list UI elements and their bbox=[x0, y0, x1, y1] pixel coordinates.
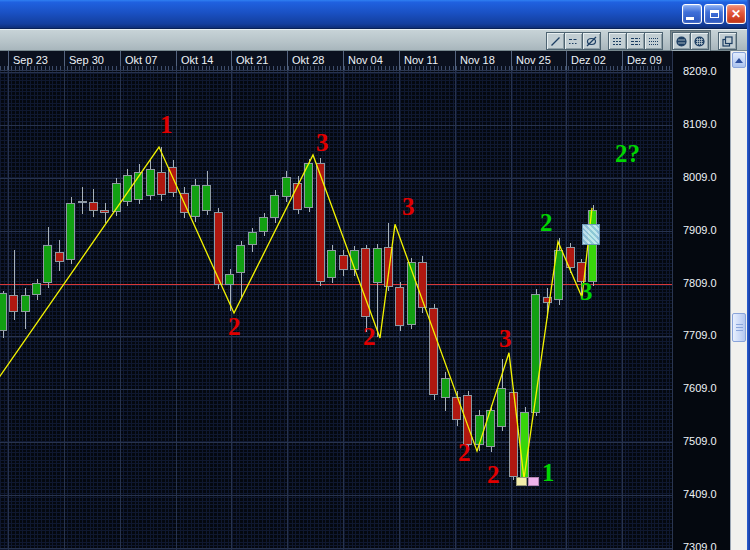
crossed-ellipse-icon bbox=[585, 35, 598, 48]
dashed-style-3-icon bbox=[647, 35, 660, 48]
arrow-up-icon bbox=[735, 58, 743, 63]
chart-plot-area[interactable]: 123232321232? bbox=[0, 71, 672, 550]
yellow-square-marker bbox=[516, 477, 527, 486]
price-label: 7509.0 bbox=[683, 435, 717, 447]
date-label: Dez 09 bbox=[627, 54, 662, 66]
trend-line-button[interactable] bbox=[546, 32, 565, 50]
maximize-icon bbox=[710, 10, 719, 18]
week-separator bbox=[566, 51, 567, 70]
close-button[interactable]: ✕ bbox=[726, 4, 746, 24]
toolbar-group bbox=[670, 30, 711, 52]
trend-line-icon bbox=[549, 35, 562, 48]
date-label: Okt 28 bbox=[292, 54, 324, 66]
wave-count-label: 2? bbox=[615, 141, 640, 166]
wave-count-label: 1 bbox=[160, 112, 173, 137]
hatched-circle-pattern-icon bbox=[693, 35, 706, 48]
price-label: 8009.0 bbox=[683, 171, 717, 183]
dashed-style-3-button[interactable] bbox=[644, 32, 663, 50]
week-separator bbox=[399, 51, 400, 70]
close-icon: ✕ bbox=[731, 8, 741, 20]
price-axis: 8209.08109.08009.07909.07809.07709.07609… bbox=[672, 51, 730, 550]
trend-channel-icon bbox=[567, 35, 580, 48]
date-label: Okt 21 bbox=[236, 54, 268, 66]
toolbar-group bbox=[546, 32, 601, 50]
price-label: 7809.0 bbox=[683, 277, 717, 289]
crossed-ellipse-button[interactable] bbox=[582, 32, 601, 50]
week-separator bbox=[8, 51, 9, 70]
date-label: Nov 18 bbox=[460, 54, 495, 66]
date-label: Nov 04 bbox=[348, 54, 383, 66]
pink-square-marker bbox=[528, 477, 539, 486]
selection-handle[interactable] bbox=[582, 224, 600, 245]
dashed-style-2-button[interactable] bbox=[626, 32, 645, 50]
zigzag-overlay[interactable] bbox=[0, 71, 672, 550]
chart-window: ✕ Sep 23Sep 30Okt 07Okt 14Okt 21Okt 28No… bbox=[0, 0, 750, 550]
week-separator bbox=[287, 51, 288, 70]
date-label: Okt 14 bbox=[181, 54, 213, 66]
price-label: 7409.0 bbox=[683, 488, 717, 500]
date-label: Okt 07 bbox=[125, 54, 157, 66]
wave-count-label: 2 bbox=[458, 440, 471, 465]
week-separator bbox=[511, 51, 512, 70]
toolbar bbox=[0, 29, 750, 51]
cascade-windows-icon bbox=[721, 35, 734, 48]
wave-count-label: 3 bbox=[580, 279, 593, 304]
filled-circle-pattern-icon bbox=[675, 35, 688, 48]
wave-count-label: 2 bbox=[363, 324, 376, 349]
price-label: 8109.0 bbox=[683, 118, 717, 130]
filled-circle-pattern-button[interactable] bbox=[672, 32, 691, 50]
wave-count-label: 3 bbox=[499, 326, 512, 351]
maximize-button[interactable] bbox=[704, 4, 724, 24]
dashed-style-2-icon bbox=[629, 35, 642, 48]
week-separator bbox=[622, 51, 623, 70]
wave-count-label: 1 bbox=[542, 460, 555, 485]
week-separator bbox=[176, 51, 177, 70]
minimize-icon bbox=[686, 17, 694, 20]
wave-count-label: 2 bbox=[540, 210, 553, 235]
thumb-grip-icon bbox=[736, 327, 743, 328]
week-separator bbox=[64, 51, 65, 70]
date-label: Sep 30 bbox=[69, 54, 104, 66]
scrollbar-thumb[interactable] bbox=[732, 313, 746, 342]
wave-count-label: 2 bbox=[228, 314, 241, 339]
week-separator bbox=[231, 51, 232, 70]
date-label: Sep 23 bbox=[13, 54, 48, 66]
week-separator bbox=[455, 51, 456, 70]
date-label: Nov 11 bbox=[404, 54, 438, 66]
price-label: 7709.0 bbox=[683, 329, 717, 341]
scroll-up-button[interactable] bbox=[732, 52, 746, 68]
date-axis: Sep 23Sep 30Okt 07Okt 14Okt 21Okt 28Nov … bbox=[0, 51, 672, 71]
price-label: 7309.0 bbox=[683, 541, 717, 550]
date-label: Dez 02 bbox=[571, 54, 606, 66]
wave-count-label: 3 bbox=[402, 194, 415, 219]
trend-channel-button[interactable] bbox=[564, 32, 583, 50]
toolbar-group bbox=[608, 32, 663, 50]
cascade-windows-button[interactable] bbox=[718, 32, 737, 50]
toolbar-group bbox=[718, 32, 737, 50]
window-titlebar[interactable]: ✕ bbox=[0, 0, 750, 29]
hatched-circle-pattern-button[interactable] bbox=[690, 32, 709, 50]
minimize-button[interactable] bbox=[682, 4, 702, 24]
window-controls: ✕ bbox=[682, 4, 746, 24]
week-separator bbox=[343, 51, 344, 70]
price-label: 8209.0 bbox=[683, 65, 717, 77]
price-label: 7609.0 bbox=[683, 382, 717, 394]
week-separator bbox=[120, 51, 121, 70]
dashed-style-1-icon bbox=[611, 35, 624, 48]
wave-count-label: 3 bbox=[316, 130, 329, 155]
dashed-style-1-button[interactable] bbox=[608, 32, 627, 50]
vertical-scrollbar[interactable] bbox=[730, 51, 747, 550]
toolbar-button-groups bbox=[539, 31, 737, 51]
wave-count-label: 2 bbox=[487, 462, 500, 487]
price-label: 7909.0 bbox=[683, 224, 717, 236]
date-label: Nov 25 bbox=[516, 54, 551, 66]
